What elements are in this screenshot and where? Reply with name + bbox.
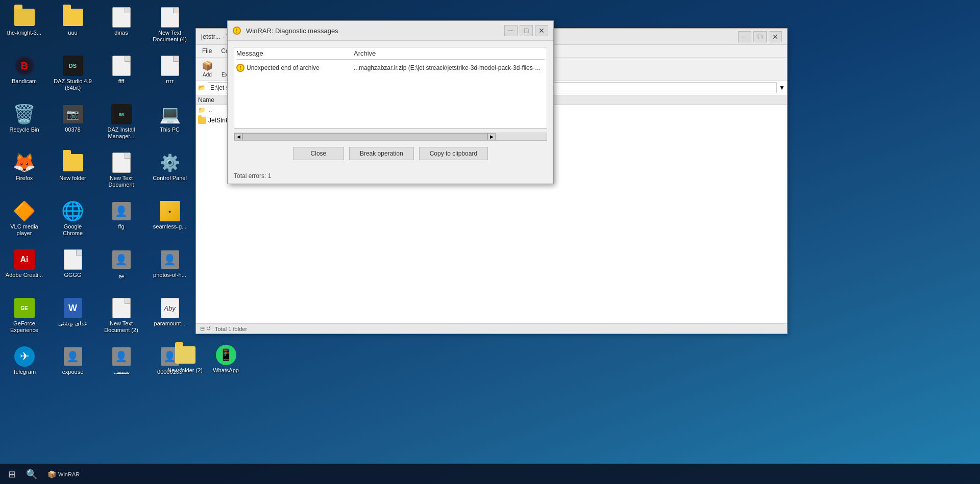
status-text: Total 1 folder <box>215 326 247 332</box>
icon-dinas[interactable]: dinas <box>100 4 143 50</box>
icon-the-knight[interactable]: the-knight-3... <box>3 4 46 50</box>
winrar-maximize-btn[interactable]: □ <box>753 31 767 42</box>
archive-path-text: ...maghzabzar.ir.zip (E:\jet streack\jet… <box>354 64 545 71</box>
icon-ffg[interactable]: 👤 ffg <box>100 198 143 244</box>
path-dropdown-icon[interactable]: ▼ <box>779 84 785 91</box>
icon-new-folder-2[interactable]: New folder <box>51 149 94 195</box>
scroll-right-btn[interactable]: ▶ <box>487 133 496 140</box>
status-icons: ⊟ ↺ <box>200 325 211 332</box>
icon-paramount[interactable]: Aby paramount... <box>148 295 191 341</box>
icon-whatsapp[interactable]: 📱 WhatsApp <box>204 342 248 377</box>
icon-00378[interactable]: 📷 00378 <box>51 101 94 147</box>
icon-rrrr[interactable]: rrrr <box>148 53 191 98</box>
icon-chrome[interactable]: 🌐 Google Chrome <box>51 198 94 244</box>
icon-photos[interactable]: 👤 photos-of-h... <box>148 246 191 292</box>
total-errors-text: Total errors: 1 <box>234 172 271 180</box>
icon-vlc[interactable]: 🔶 VLC media player <box>3 198 46 244</box>
path-label: 📂 <box>198 84 206 91</box>
menu-file[interactable]: File <box>198 46 216 56</box>
winrar-close-btn[interactable]: ✕ <box>769 31 782 42</box>
icon-new-text-doc[interactable]: New Text Document <box>100 149 143 195</box>
icon-beye[interactable]: 👤 بیع <box>100 246 143 292</box>
parent-dir-icon: 📁 <box>198 107 206 114</box>
dialog-warning-icon: ! <box>233 27 241 35</box>
dialog-content: Message Archive ! Unexpected end of arch… <box>228 41 553 170</box>
folder-icon-small <box>198 117 206 124</box>
dialog-footer: Total errors: 1 <box>228 170 553 184</box>
icon-saqqaf[interactable]: 👤 سقفف <box>100 343 143 389</box>
icon-new-text-2[interactable]: New Text Document (2) <box>100 295 143 341</box>
dialog-controls: ─ □ ✕ <box>504 25 548 36</box>
icon-control-panel[interactable]: ⚙️ Control Panel <box>148 149 191 195</box>
dialog-table-header: Message Archive <box>236 49 545 60</box>
icon-new-text-4[interactable]: New Text Document (4) <box>148 4 191 50</box>
scroll-left-btn[interactable]: ◀ <box>234 133 242 140</box>
icon-adobe[interactable]: Ai Adobe Creati... <box>3 246 46 292</box>
winrar-status-bar: ⊟ ↺ Total 1 folder <box>196 323 787 334</box>
taskbar-start-btn[interactable]: ⊞ <box>4 466 20 483</box>
icon-uuu[interactable]: uuu <box>51 4 94 50</box>
warning-text: Unexpected end of archive <box>247 64 320 71</box>
winrar-minimize-btn[interactable]: ─ <box>738 31 751 42</box>
col-message-header: Message <box>236 49 354 57</box>
break-operation-btn[interactable]: Break operation <box>349 147 414 160</box>
icon-bandicam[interactable]: B Bandicam <box>3 53 46 98</box>
icon-gggg[interactable]: GGGG <box>51 246 94 292</box>
icon-recycle-bin[interactable]: 🗑️ Recycle Bin <box>3 101 46 147</box>
icon-seamless[interactable]: ● seamless-g... <box>148 198 191 244</box>
icon-new-folder-2b[interactable]: New folder (2) <box>163 342 207 377</box>
icon-firefox[interactable]: 🦊 Firefox <box>3 149 46 195</box>
message-cell: ! Unexpected end of archive <box>236 64 354 72</box>
dialog-restore-btn[interactable]: □ <box>520 25 533 36</box>
icon-ffff[interactable]: ffff <box>100 53 143 98</box>
icon-geforce[interactable]: GE GeForce Experience <box>3 295 46 341</box>
winrar-main-controls: ─ □ ✕ <box>738 31 782 42</box>
taskbar-search-btn[interactable]: 🔍 <box>22 466 41 483</box>
dialog-buttons: Close Break operation Copy to clipboard <box>234 147 547 160</box>
taskbar-winrar-btn[interactable]: 📦 WinRAR <box>43 466 84 483</box>
icon-daz-studio[interactable]: DS DAZ Studio 4.9 (64bit) <box>51 53 94 98</box>
close-btn[interactable]: Close <box>293 147 344 160</box>
scrollbar-thumb[interactable] <box>242 133 487 140</box>
dialog-message-area: Message Archive ! Unexpected end of arch… <box>234 47 547 129</box>
dialog-titlebar: ! WinRAR: Diagnostic messages ─ □ ✕ <box>228 21 553 41</box>
dialog-close-btn[interactable]: ✕ <box>535 25 548 36</box>
desktop: the-knight-3... uuu dinas New Text Docum… <box>0 0 199 484</box>
copy-clipboard-btn[interactable]: Copy to clipboard <box>419 147 488 160</box>
dialog-error-row: ! Unexpected end of archive ...maghzabza… <box>236 62 545 74</box>
dialog-title-left: ! WinRAR: Diagnostic messages <box>233 27 338 35</box>
col-archive-header: Archive <box>354 49 545 57</box>
horizontal-scrollbar[interactable]: ◀ ▶ <box>234 133 547 141</box>
toolbar-add-btn[interactable]: 📦 Add <box>198 59 216 79</box>
row-warning-icon: ! <box>236 64 244 72</box>
winrar-dialog: ! WinRAR: Diagnostic messages ─ □ ✕ Mess… <box>227 20 554 184</box>
icon-expouse[interactable]: 👤 expouse <box>51 343 94 389</box>
taskbar: ⊞ 🔍 📦 WinRAR <box>0 464 980 484</box>
icon-daz-install[interactable]: IM DAZ Install Manager... <box>100 101 143 147</box>
icon-telegram[interactable]: ✈ Telegram <box>3 343 46 389</box>
dialog-minimize-btn[interactable]: ─ <box>504 25 518 36</box>
dialog-title-text: WinRAR: Diagnostic messages <box>246 27 338 35</box>
icon-ghazaye[interactable]: W غذای بهشتی <box>51 295 94 341</box>
icon-this-pc[interactable]: 💻 This PC <box>148 101 191 147</box>
